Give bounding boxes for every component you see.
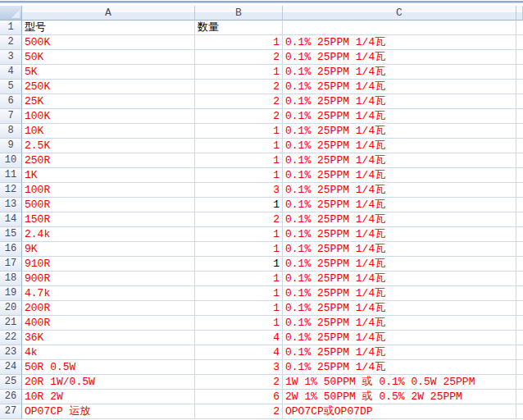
cell-a24[interactable]: 50R 0.5W — [22, 360, 195, 375]
cell-d16[interactable] — [516, 242, 523, 257]
cell-d3[interactable] — [516, 50, 523, 65]
row-header-20[interactable]: 20 — [0, 301, 22, 316]
row-header-10[interactable]: 10 — [0, 153, 22, 168]
cell-c1[interactable] — [283, 21, 516, 35]
cell-a9[interactable]: 2.5K — [22, 139, 195, 153]
cell-c17[interactable]: 0.1% 25PPM 1/4瓦 — [283, 257, 516, 272]
row-header-12[interactable]: 12 — [0, 183, 22, 198]
cell-c18[interactable]: 0.1% 25PPM 1/4瓦 — [283, 272, 516, 286]
cell-b8[interactable]: 1 — [195, 124, 283, 139]
cell-c6[interactable]: 0.1% 25PPM 1/4瓦 — [283, 94, 516, 109]
row-header-22[interactable]: 22 — [0, 331, 22, 345]
cell-b6[interactable]: 2 — [195, 94, 283, 109]
cell-d8[interactable] — [516, 124, 523, 139]
row-header-11[interactable]: 11 — [0, 168, 22, 183]
cell-a16[interactable]: 9K — [22, 242, 195, 257]
select-all-corner[interactable] — [0, 6, 22, 21]
cell-d23[interactable] — [516, 345, 523, 360]
row-header-3[interactable]: 3 — [0, 50, 22, 65]
row-header-5[interactable]: 5 — [0, 80, 22, 94]
cell-b16[interactable]: 1 — [195, 242, 283, 257]
cell-a12[interactable]: 100R — [22, 183, 195, 198]
cell-b9[interactable]: 1 — [195, 139, 283, 153]
cell-c13[interactable]: 0.1% 25PPM 1/4瓦 — [283, 198, 516, 212]
cell-d15[interactable] — [516, 227, 523, 242]
cell-b13[interactable]: 1 — [195, 198, 283, 212]
cell-d24[interactable] — [516, 360, 523, 375]
cell-c3[interactable]: 0.1% 25PPM 1/4瓦 — [283, 50, 516, 65]
cell-c19[interactable]: 0.1% 25PPM 1/4瓦 — [283, 286, 516, 301]
cell-a25[interactable]: 20R 1W/0.5W — [22, 375, 195, 390]
cell-d18[interactable] — [516, 272, 523, 286]
cell-c10[interactable]: 0.1% 25PPM 1/4瓦 — [283, 153, 516, 168]
cell-d20[interactable] — [516, 301, 523, 316]
row-header-21[interactable]: 21 — [0, 316, 22, 331]
cell-b25[interactable]: 2 — [195, 375, 283, 390]
row-header-6[interactable]: 6 — [0, 94, 22, 109]
cell-a7[interactable]: 100K — [22, 109, 195, 124]
column-header-c[interactable]: C — [283, 6, 516, 21]
cell-b24[interactable]: 3 — [195, 360, 283, 375]
cell-b27[interactable]: 2 — [195, 404, 283, 419]
cell-c5[interactable]: 0.1% 25PPM 1/4瓦 — [283, 80, 516, 94]
cell-d9[interactable] — [516, 139, 523, 153]
cell-a8[interactable]: 10K — [22, 124, 195, 139]
cell-b15[interactable]: 1 — [195, 227, 283, 242]
column-header-d-sliver[interactable] — [516, 6, 523, 21]
cell-b17[interactable]: 1 — [195, 257, 283, 272]
column-header-a[interactable]: A — [22, 6, 195, 21]
cell-b5[interactable]: 2 — [195, 80, 283, 94]
cell-c14[interactable]: 0.1% 25PPM 1/4瓦 — [283, 212, 516, 227]
row-header-17[interactable]: 17 — [0, 257, 22, 272]
cell-a4[interactable]: 5K — [22, 65, 195, 80]
cell-b22[interactable]: 4 — [195, 331, 283, 345]
cell-a21[interactable]: 400R — [22, 316, 195, 331]
cell-a23[interactable]: 4k — [22, 345, 195, 360]
cell-a13[interactable]: 500R — [22, 198, 195, 212]
cell-a17[interactable]: 910R — [22, 257, 195, 272]
cell-a2[interactable]: 500K — [22, 35, 195, 50]
cell-b11[interactable]: 1 — [195, 168, 283, 183]
cell-c2[interactable]: 0.1% 25PPM 1/4瓦 — [283, 35, 516, 50]
cell-c24[interactable]: 0.1% 25PPM 1/4瓦 — [283, 360, 516, 375]
cell-c8[interactable]: 0.1% 25PPM 1/4瓦 — [283, 124, 516, 139]
cell-c26[interactable]: 2W 1% 50PPM 或 0.5% 2W 25PPM — [283, 390, 516, 404]
cell-b3[interactable]: 2 — [195, 50, 283, 65]
cell-a18[interactable]: 900R — [22, 272, 195, 286]
row-header-14[interactable]: 14 — [0, 212, 22, 227]
row-header-18[interactable]: 18 — [0, 272, 22, 286]
row-header-2[interactable]: 2 — [0, 35, 22, 50]
cell-d26[interactable] — [516, 390, 523, 404]
cell-d5[interactable] — [516, 80, 523, 94]
cell-c11[interactable]: 0.1% 25PPM 1/4瓦 — [283, 168, 516, 183]
cell-c4[interactable]: 0.1% 25PPM 1/4瓦 — [283, 65, 516, 80]
cell-d4[interactable] — [516, 65, 523, 80]
cell-d7[interactable] — [516, 109, 523, 124]
cell-a11[interactable]: 1K — [22, 168, 195, 183]
row-header-16[interactable]: 16 — [0, 242, 22, 257]
cell-a19[interactable]: 4.7k — [22, 286, 195, 301]
cell-a3[interactable]: 50K — [22, 50, 195, 65]
cell-c7[interactable]: 0.1% 25PPM 1/4瓦 — [283, 109, 516, 124]
cell-d14[interactable] — [516, 212, 523, 227]
cell-b23[interactable]: 4 — [195, 345, 283, 360]
cell-c27[interactable]: OPO7CP或OP07DP — [283, 404, 516, 419]
cell-b10[interactable]: 1 — [195, 153, 283, 168]
cell-a1[interactable]: 型号 — [22, 21, 195, 35]
cell-a15[interactable]: 2.4k — [22, 227, 195, 242]
row-header-23[interactable]: 23 — [0, 345, 22, 360]
cell-a6[interactable]: 25K — [22, 94, 195, 109]
cell-c21[interactable]: 0.1% 25PPM 1/4瓦 — [283, 316, 516, 331]
cell-d13[interactable] — [516, 198, 523, 212]
row-header-19[interactable]: 19 — [0, 286, 22, 301]
cell-b19[interactable]: 1 — [195, 286, 283, 301]
cell-b21[interactable]: 1 — [195, 316, 283, 331]
cell-d27[interactable] — [516, 404, 523, 419]
cell-c12[interactable]: 0.1% 25PPM 1/4瓦 — [283, 183, 516, 198]
cell-c15[interactable]: 0.1% 25PPM 1/4瓦 — [283, 227, 516, 242]
cell-b1[interactable]: 数量 — [195, 21, 283, 35]
cell-c9[interactable]: 0.1% 25PPM 1/4瓦 — [283, 139, 516, 153]
cell-b26[interactable]: 6 — [195, 390, 283, 404]
cell-b2[interactable]: 1 — [195, 35, 283, 50]
row-header-9[interactable]: 9 — [0, 139, 22, 153]
